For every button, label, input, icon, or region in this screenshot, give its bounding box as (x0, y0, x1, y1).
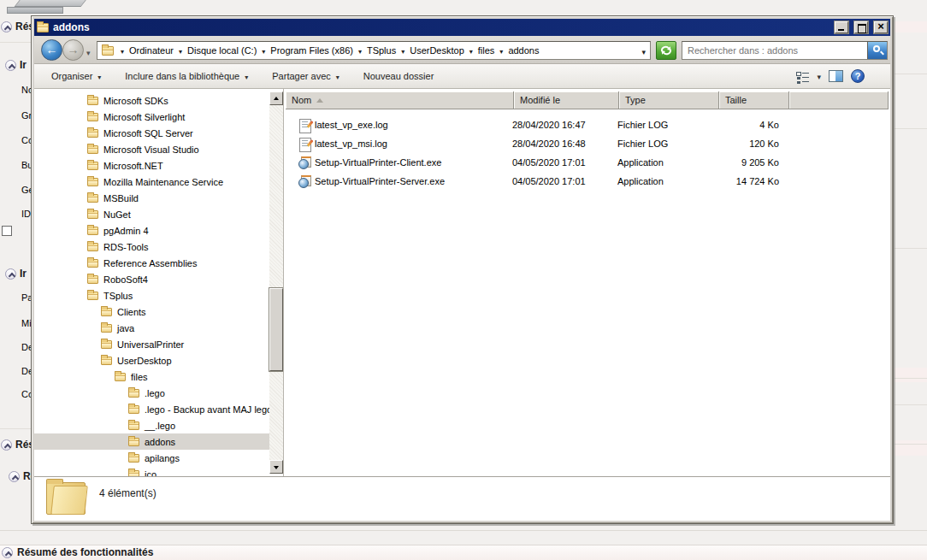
breadcrumb-separator-icon[interactable] (396, 45, 410, 56)
folder-icon (87, 194, 98, 203)
tree-item[interactable]: RDS-Tools (34, 239, 269, 255)
tree-item[interactable]: pgAdmin 4 (34, 222, 269, 239)
file-type: Fichier LOG (617, 120, 717, 130)
checkbox[interactable] (2, 226, 12, 236)
folder-icon (101, 340, 112, 349)
toolbar-item[interactable]: Nouveau dossier (363, 71, 434, 81)
tree-item[interactable]: Mozilla Maintenance Service (34, 174, 269, 190)
tree-item[interactable]: Microsoft Visual Studio (34, 141, 269, 157)
file-size: 9 205 Ko (717, 157, 788, 168)
window-titlebar[interactable]: addons (34, 19, 890, 36)
column-header[interactable]: Nom (286, 91, 514, 109)
chevron-up-circle-icon[interactable] (5, 60, 16, 71)
views-dropdown-arrow-icon[interactable] (817, 71, 821, 81)
tree-item[interactable]: Microsoft.NET (34, 157, 269, 174)
toolbar-item[interactable]: Organiser (51, 71, 101, 81)
breadcrumb-separator-icon[interactable] (494, 45, 508, 56)
tree-scrollbar[interactable] (269, 91, 283, 474)
breadcrumb-segment[interactable]: TSplus (353, 45, 396, 56)
maximize-button[interactable] (854, 21, 868, 33)
background-divider (0, 428, 31, 429)
column-header[interactable]: Modifié le (514, 91, 619, 109)
chevron-up-circle-icon[interactable] (5, 268, 16, 280)
breadcrumb-separator-icon[interactable] (464, 45, 478, 56)
items-count: 4 élément(s) (99, 487, 156, 499)
scrollbar-thumb[interactable] (269, 288, 283, 371)
breadcrumb-segment[interactable]: addons (494, 45, 539, 56)
tree-item[interactable]: java (34, 320, 269, 336)
tree-item[interactable]: addons (34, 433, 269, 450)
tree-item[interactable]: MSBuild (34, 190, 269, 206)
background-band (895, 440, 927, 456)
forward-button[interactable] (62, 39, 84, 61)
folder-icon (115, 373, 126, 381)
background-divider (895, 378, 927, 379)
column-header[interactable]: Type (619, 91, 719, 109)
breadcrumb-segment[interactable]: files (464, 45, 495, 56)
breadcrumb-separator-icon[interactable] (115, 45, 129, 56)
help-icon[interactable] (851, 69, 865, 83)
breadcrumb-separator-icon[interactable] (257, 45, 270, 56)
file-type: Fichier LOG (617, 139, 717, 149)
refresh-button[interactable] (656, 41, 676, 60)
background-divider (895, 444, 927, 445)
tree-item[interactable]: apilangs (34, 450, 269, 466)
preview-pane-icon[interactable] (829, 70, 843, 82)
breadcrumb[interactable]: Ordinateur Disque local (C:) Program Fil… (97, 41, 651, 60)
tree-item[interactable]: __.lego (34, 417, 269, 433)
tree-item[interactable]: UniversalPrinter (34, 336, 269, 352)
back-button[interactable] (41, 39, 62, 61)
breadcrumb-segment[interactable]: Program Files (x86) (257, 45, 353, 56)
tree-item[interactable]: RoboSoft4 (34, 271, 269, 287)
toolbar-item[interactable]: Partager avec (272, 71, 340, 81)
search-input[interactable] (682, 42, 867, 59)
chevron-up-circle-icon[interactable] (2, 547, 13, 558)
window-title: addons (53, 21, 829, 33)
chevron-up-circle-icon[interactable] (9, 471, 20, 482)
search-button[interactable] (867, 42, 887, 59)
address-dropdown-arrow-icon[interactable] (641, 48, 646, 56)
change-view-icon[interactable] (796, 71, 809, 82)
scroll-down-icon[interactable] (269, 460, 283, 474)
breadcrumb-separator-icon[interactable] (353, 45, 367, 56)
tree-item[interactable]: files (34, 368, 269, 385)
tree-item[interactable]: Microsoft Silverlight (34, 109, 269, 125)
tree-item[interactable]: UserDesktop (34, 352, 269, 368)
tree-item[interactable]: Clients (34, 304, 269, 320)
search-box (682, 41, 888, 60)
file-size: 14 724 Ko (717, 176, 788, 186)
background-band (895, 368, 927, 382)
breadcrumb-segment[interactable]: Ordinateur (115, 45, 174, 56)
chevron-up-circle-icon[interactable] (1, 439, 12, 451)
tree-item[interactable]: Microsoft SQL Server (34, 125, 269, 141)
file-row[interactable]: Setup-VirtualPrinter-Server.exe 04/05/20… (286, 172, 890, 191)
background-label: Ir (5, 59, 27, 71)
file-row[interactable]: Setup-VirtualPrinter-Client.exe 04/05/20… (286, 153, 890, 172)
file-modified-date: 28/04/2020 16:47 (512, 120, 617, 130)
scroll-up-icon[interactable] (269, 91, 283, 105)
recent-locations-dropdown[interactable] (86, 47, 95, 54)
file-row[interactable]: latest_vp_msi.log 28/04/2020 16:48 Fichi… (286, 134, 890, 153)
column-header[interactable]: Taille (719, 91, 789, 109)
tree-item[interactable]: NuGet (34, 206, 269, 222)
folder-icon (128, 389, 139, 398)
breadcrumb-segment[interactable]: Disque local (C:) (174, 45, 257, 56)
tree-item[interactable]: .lego (34, 385, 269, 401)
tree-item[interactable]: ico (34, 466, 269, 476)
chevron-up-circle-icon[interactable] (1, 21, 12, 32)
tree-item[interactable]: Microsoft SDKs (34, 92, 269, 109)
tree-item[interactable]: TSplus (34, 287, 269, 304)
close-button[interactable] (874, 21, 888, 33)
breadcrumb-segment[interactable]: UserDesktop (396, 45, 464, 56)
file-name: latest_vp_exe.log (315, 120, 512, 130)
folder-icon (102, 46, 114, 56)
minimize-button[interactable] (835, 21, 848, 33)
toolbar-item[interactable]: Inclure dans la bibliothèque (125, 71, 248, 81)
tree-item[interactable]: .lego - Backup avant MAJ lego ex (34, 401, 269, 417)
tree-item[interactable]: Reference Assemblies (34, 255, 269, 271)
breadcrumb-separator-icon[interactable] (174, 45, 187, 56)
column-header[interactable] (789, 91, 889, 109)
folder-icon (87, 210, 98, 219)
file-row[interactable]: latest_vp_exe.log 28/04/2020 16:47 Fichi… (286, 115, 890, 134)
background-divider (0, 42, 31, 43)
